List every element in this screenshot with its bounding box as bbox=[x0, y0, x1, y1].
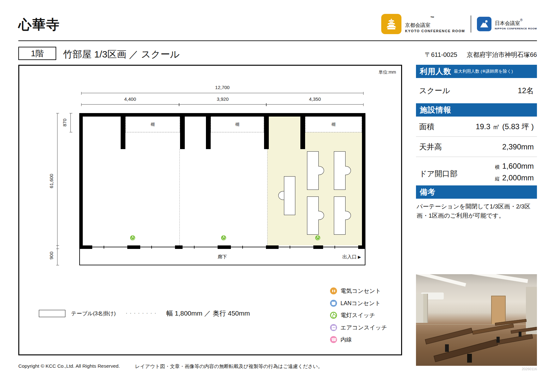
exit-label: 出入口 bbox=[342, 254, 357, 260]
facility-sheet: 心華寺 京都会議室™ KYOTO CONFERENCE ROOM bbox=[0, 0, 554, 392]
postal-code: 〒611-0025 bbox=[425, 51, 457, 58]
door-height-key: 縦 bbox=[495, 176, 500, 181]
table-sample bbox=[39, 310, 65, 317]
table-legend: テーブル(3名掛け) ・・・・・・・・ 幅 1,800mm ／ 奥行 450mm bbox=[39, 309, 250, 318]
area-label: 面積 bbox=[419, 122, 434, 132]
photo-chair bbox=[519, 332, 521, 337]
floor-badge: 1階 bbox=[18, 47, 56, 60]
nippon-logo-sub: NIPPON CONFERENCE ROOM bbox=[495, 27, 537, 30]
lan-icon bbox=[330, 300, 337, 307]
power-icon bbox=[330, 312, 337, 319]
dim-seg3: 4,350 bbox=[307, 96, 322, 102]
legend-item-phone: 内線 bbox=[330, 335, 352, 344]
capacity-header-note: 最大利用人数 (※講師席を除く) bbox=[454, 69, 513, 74]
door-opening bbox=[183, 245, 218, 249]
facility-header: 施設情報 bbox=[416, 103, 537, 117]
exit: 出入口 ▶ bbox=[342, 249, 361, 265]
area-row: 面積 19.3 ㎡ (5.83 坪 ) bbox=[416, 117, 537, 137]
dim-line-height bbox=[57, 113, 57, 249]
door-opening bbox=[279, 245, 313, 249]
dim-line-shelf bbox=[70, 113, 71, 132]
shelf: 棚 bbox=[125, 117, 180, 132]
photo-wall-trim bbox=[416, 324, 537, 325]
dim-shelf-depth: 870 bbox=[62, 117, 67, 128]
shelf-label: 棚 bbox=[235, 122, 239, 127]
table bbox=[307, 196, 319, 235]
photo-chair bbox=[467, 354, 472, 363]
door-opening bbox=[140, 245, 175, 249]
wall-stub bbox=[300, 113, 305, 149]
outlet-icon bbox=[330, 287, 337, 294]
photo-door bbox=[491, 296, 506, 325]
wall-stub bbox=[264, 113, 269, 149]
photo-table bbox=[472, 324, 514, 335]
legend-item-light-switch: 電灯スイッチ bbox=[330, 311, 375, 319]
capacity-header-title: 利用人数 bbox=[420, 66, 451, 76]
shelf: 棚 bbox=[305, 117, 362, 132]
legend-label: 電気コンセント bbox=[340, 287, 381, 295]
info-sidebar: 利用人数 最大利用人数 (※講師席を除く) スクール 12名 施設情報 面積 1… bbox=[416, 65, 537, 220]
legend-item-aircon: エアコンスイッチ bbox=[330, 323, 387, 332]
page-title: 心華寺 bbox=[18, 16, 60, 33]
dim-seg2: 3,920 bbox=[215, 96, 230, 102]
header-rule bbox=[18, 40, 537, 41]
door-opening bbox=[92, 245, 127, 249]
door-width-value: 1,600mm bbox=[502, 162, 534, 170]
area-value: 19.3 ㎡ (5.83 坪 ) bbox=[476, 122, 534, 132]
brand-logos: 京都会議室™ KYOTO CONFERENCE ROOM 日本会議室® NIPP… bbox=[381, 14, 537, 34]
ceiling-label: 天井高 bbox=[419, 142, 442, 152]
shelf-label: 棚 bbox=[332, 122, 336, 127]
photo-table bbox=[434, 339, 498, 362]
address-text: 京都府宇治市神明石塚66 bbox=[467, 51, 537, 58]
photo-ceiling-light bbox=[416, 274, 466, 286]
aircon-icon bbox=[330, 324, 337, 331]
remarks-header: 備考 bbox=[416, 185, 537, 199]
door-values: 横1,600mm 縦2,000mm bbox=[495, 161, 534, 184]
phone-icon bbox=[330, 336, 337, 343]
door-height-value: 2,000mm bbox=[502, 173, 534, 182]
corridor: 廊下 出入口 ▶ bbox=[79, 249, 365, 265]
table-size: 幅 1,800mm ／ 奥行 450mm bbox=[166, 309, 250, 318]
wall-stub bbox=[206, 113, 211, 149]
door-opening bbox=[323, 245, 358, 249]
door-row: ドア開口部 横1,600mm 縦2,000mm bbox=[416, 157, 537, 185]
dim-line-seg2 bbox=[179, 104, 266, 105]
copyright: Copyright © KCC Co.,Ltd. All Rights Rese… bbox=[18, 363, 120, 370]
dim-seg1: 4,400 bbox=[123, 96, 138, 102]
light-switch-icon bbox=[221, 235, 226, 240]
table-legend-label: テーブル(3名掛け) bbox=[71, 310, 116, 317]
photo-table bbox=[425, 328, 473, 344]
table bbox=[334, 151, 346, 190]
shelf: 棚 bbox=[211, 117, 264, 132]
legend-label: 電灯スイッチ bbox=[340, 311, 375, 319]
footer: Copyright © KCC Co.,Ltd. All Rights Rese… bbox=[18, 363, 323, 370]
legend-dots: ・・・・・・・・ bbox=[124, 311, 157, 316]
floor-plan: 単位:mm 12,700 4,400 3,920 4,350 870 61,60… bbox=[18, 65, 402, 355]
partition-line bbox=[267, 149, 268, 245]
dim-line-total bbox=[81, 93, 364, 93]
legend-item-outlet: 電気コンセント bbox=[330, 287, 381, 295]
dim-line-seg3 bbox=[266, 104, 364, 105]
dim-total: 12,700 bbox=[214, 85, 231, 90]
dim-corridor: 900 bbox=[49, 250, 54, 261]
photo-chair bbox=[497, 337, 500, 343]
light-switch-icon bbox=[315, 235, 320, 240]
unit-note: 単位:mm bbox=[379, 69, 396, 75]
dim-room-height: 61,600 bbox=[49, 172, 54, 190]
remarks-text: パーテーションを開閉して1/3区画・2/3区画・1区画のご利用が可能です。 bbox=[416, 202, 537, 220]
door-opening bbox=[231, 245, 266, 249]
remarks-header-title: 備考 bbox=[420, 187, 436, 197]
capacity-value: 12名 bbox=[518, 86, 534, 96]
logo-divider bbox=[471, 15, 471, 33]
ceiling-row: 天井高 2,390mm bbox=[416, 137, 537, 157]
address: 〒611-0025京都府宇治市神明石塚66 bbox=[316, 51, 537, 59]
legend-label: エアコンスイッチ bbox=[340, 324, 387, 331]
table bbox=[334, 196, 346, 235]
room-title: 竹部屋 1/3区画 ／ スクール bbox=[63, 48, 180, 61]
kyoto-logo: 京都会議室™ KYOTO CONFERENCE ROOM bbox=[381, 14, 465, 34]
kyoto-logo-name: 京都会議室™ bbox=[405, 15, 465, 29]
door-label: ドア開口部 bbox=[419, 166, 457, 179]
dim-line-corridor bbox=[57, 245, 57, 265]
nippon-logo-name: 日本会議室® bbox=[495, 18, 537, 27]
corridor-label: 廊下 bbox=[218, 254, 227, 260]
